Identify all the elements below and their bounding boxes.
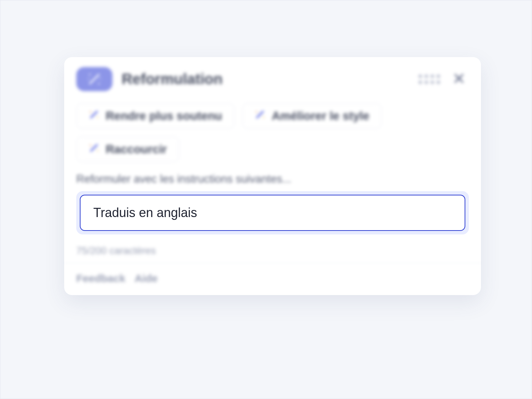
prompt-label: Reformuler avec les instructions suivant… (76, 173, 469, 185)
svg-point-4 (100, 78, 101, 79)
drag-handle-icon[interactable] (419, 75, 440, 84)
chip-ameliorer-le-style[interactable]: Améliorer le style (242, 103, 382, 129)
prompt-section: Reformuler avec les instructions suivant… (64, 165, 481, 238)
input-focus-ring (76, 191, 469, 234)
close-icon[interactable] (452, 71, 466, 87)
panel-header: Reformulation (64, 57, 481, 98)
svg-point-11 (256, 111, 257, 113)
svg-point-12 (263, 117, 264, 118)
svg-point-3 (88, 78, 89, 79)
svg-point-14 (90, 145, 91, 146)
svg-line-13 (91, 145, 97, 151)
chip-label: Rendre plus soutenu (106, 109, 222, 123)
footer-links: Feedback Aide (64, 263, 481, 295)
chip-label: Améliorer le style (272, 109, 369, 123)
wand-icon (89, 143, 99, 156)
svg-point-1 (89, 74, 90, 75)
suggestion-chips: Rendre plus soutenu Améliorer le style (64, 98, 481, 165)
wand-icon (255, 109, 265, 123)
svg-point-2 (98, 83, 100, 84)
instructions-input[interactable] (80, 195, 465, 231)
chip-raccourcir[interactable]: Raccourcir (76, 137, 179, 162)
character-count: 75/200 caractères (64, 238, 481, 260)
chip-label: Raccourcir (106, 143, 167, 156)
svg-line-7 (91, 111, 97, 118)
svg-line-0 (90, 74, 99, 84)
wand-icon (89, 109, 99, 123)
svg-point-9 (97, 117, 98, 118)
feedback-link[interactable]: Feedback (76, 272, 125, 284)
chip-rendre-plus-soutenu[interactable]: Rendre plus soutenu (76, 103, 234, 129)
svg-point-15 (97, 150, 98, 151)
wand-icon (76, 67, 112, 91)
svg-point-8 (90, 111, 91, 113)
svg-line-10 (257, 111, 263, 118)
help-link[interactable]: Aide (134, 272, 157, 284)
reformulation-panel: Reformulation Rendre plus soutenu (64, 57, 481, 295)
panel-title: Reformulation (122, 71, 223, 88)
